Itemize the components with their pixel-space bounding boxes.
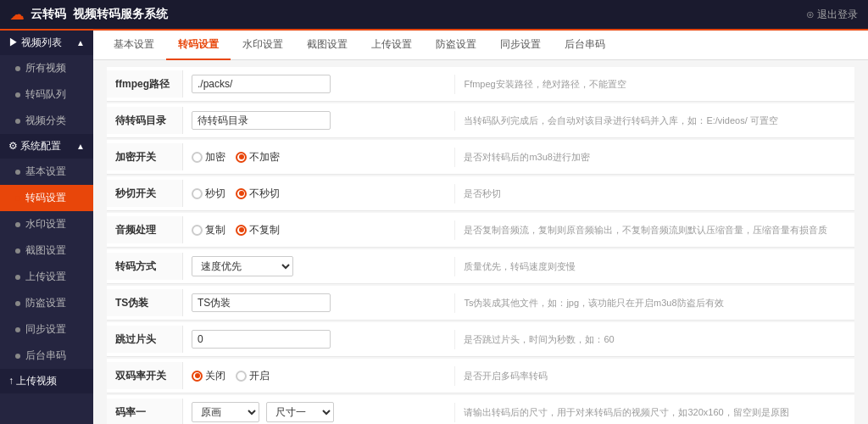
- sidebar-item-label: 截图设置: [25, 243, 66, 258]
- select-transcode-mode[interactable]: 速度优先 质量优先: [192, 256, 293, 276]
- content-area: 基本设置 转码设置 水印设置 截图设置 上传设置 防盗设置 同步设置 后台串码 …: [93, 31, 868, 424]
- sidebar: ▶ 视频列表 ▲ 所有视频 转码队列 视频分类 ⚙ 系统配置 ▲ 基本设置 转码…: [0, 31, 93, 424]
- dot-icon: [15, 354, 20, 359]
- control-pending-dir: [183, 108, 454, 133]
- radio-label: 加密: [205, 150, 225, 165]
- label-audio: 音频处理: [107, 216, 183, 243]
- select-bitrate[interactable]: 原画: [192, 402, 259, 422]
- dot-icon: [15, 327, 20, 332]
- sidebar-item-basic[interactable]: 基本设置: [0, 159, 93, 185]
- dot-icon: [15, 248, 20, 254]
- radio-group-dual-bitrate: 关闭 开启: [192, 369, 270, 383]
- sidebar-item-screenshot[interactable]: 截图设置: [0, 237, 93, 264]
- form-area: ffmpeg路径 Ffmpeg安装路径，绝对路径，不能置空 待转码目录 当转码队…: [93, 60, 868, 424]
- tab-backend[interactable]: 后台串码: [553, 31, 617, 60]
- sidebar-item-label: 转码队列: [25, 87, 66, 102]
- sidebar-item-label: 水印设置: [25, 217, 66, 232]
- radio-label: 关闭: [205, 369, 225, 383]
- sidebar-item-all-videos[interactable]: 所有视频: [0, 55, 93, 81]
- logout-label: 退出登录: [817, 8, 858, 20]
- sidebar-item-queue[interactable]: 转码队列: [0, 81, 93, 108]
- tab-transcode[interactable]: 转码设置: [166, 31, 231, 60]
- dot-icon: [15, 92, 20, 98]
- radio-dual-on[interactable]: 开启: [236, 369, 270, 383]
- form-row-audio: 音频处理 复制 不复制 是否复制音频流，复制则原音频输出，不复制音频流则默认压缩…: [107, 213, 854, 248]
- radio-label: 复制: [205, 223, 225, 237]
- radio-label: 不复制: [249, 223, 280, 237]
- radio-circle-nocopy: [236, 225, 247, 236]
- tab-basic[interactable]: 基本设置: [102, 31, 166, 60]
- input-skip-intro[interactable]: [192, 330, 331, 349]
- form-row-transcode-mode: 转码方式 速度优先 质量优先 质量优先，转码速度则变慢: [107, 249, 854, 284]
- radio-audio-copy[interactable]: 复制: [192, 223, 225, 237]
- radio-circle-on: [236, 371, 247, 382]
- form-row-encrypt: 加密开关 加密 不加密 是否对转码后的m3u8进行加密: [107, 140, 854, 175]
- radio-circle-off: [236, 188, 247, 199]
- sidebar-section-upload[interactable]: ↑ 上传视频: [0, 369, 93, 393]
- hint-transcode-mode: 质量优先，转码速度则变慢: [454, 257, 854, 276]
- sidebar-item-category[interactable]: 视频分类: [0, 108, 93, 134]
- input-pending-dir[interactable]: [192, 111, 331, 130]
- radio-circle-off: [192, 371, 203, 382]
- form-row-bitrate-size: 码率一 原画 尺寸一 请输出转码后的尺寸，用于对来转码后的视频尺寸，如320x1…: [107, 395, 854, 424]
- radio-fast-on[interactable]: 秒切: [192, 187, 225, 201]
- control-ffmpeg: [183, 71, 454, 97]
- control-audio: 复制 不复制: [183, 220, 454, 241]
- sidebar-item-backend-code[interactable]: 后台串码: [0, 343, 93, 369]
- input-ts-disguise[interactable]: [192, 293, 331, 312]
- sidebar-item-upload[interactable]: 上传设置: [0, 264, 93, 290]
- radio-label: 秒切: [205, 187, 225, 201]
- control-bitrate-size: 原画 尺寸一: [183, 399, 454, 424]
- form-row-dual-bitrate: 双码率开关 关闭 开启 是否开启多码率转码: [107, 359, 854, 393]
- tab-screenshot[interactable]: 截图设置: [295, 31, 359, 60]
- tab-sync[interactable]: 同步设置: [488, 31, 553, 60]
- sidebar-item-label: 上传设置: [25, 270, 66, 284]
- radio-label: 不秒切: [249, 187, 280, 201]
- dot-icon: [15, 196, 20, 201]
- control-skip-intro: [183, 326, 454, 352]
- label-fast-switch: 秒切开关: [107, 180, 183, 207]
- input-ffmpeg[interactable]: [192, 75, 331, 93]
- form-row-skip-intro: 跳过片头 是否跳过片头，时间为秒数，如：60: [107, 322, 854, 357]
- sidebar-item-watermark[interactable]: 水印设置: [0, 211, 93, 237]
- radio-audio-nocopy[interactable]: 不复制: [236, 223, 280, 237]
- sidebar-item-label: 视频分类: [25, 114, 66, 128]
- label-pending-dir: 待转码目录: [107, 107, 183, 134]
- radio-circle-copy: [192, 225, 203, 236]
- hint-dual-bitrate: 是否开启多码率转码: [454, 366, 854, 386]
- label-ffmpeg: ffmpeg路径: [107, 70, 183, 98]
- dot-icon: [15, 222, 20, 227]
- tab-upload[interactable]: 上传设置: [359, 31, 424, 60]
- dot-icon: [15, 301, 20, 306]
- tab-watermark[interactable]: 水印设置: [231, 31, 295, 60]
- logout-button[interactable]: ⊙ 退出登录: [806, 8, 858, 22]
- upload-section-label: ↑ 上传视频: [8, 374, 57, 388]
- sidebar-item-label: 同步设置: [25, 322, 66, 337]
- sidebar-item-antisteal[interactable]: 防盗设置: [0, 290, 93, 316]
- tabs-bar: 基本设置 转码设置 水印设置 截图设置 上传设置 防盗设置 同步设置 后台串码: [93, 31, 868, 60]
- sidebar-section-system[interactable]: ⚙ 系统配置 ▲: [0, 134, 93, 159]
- sidebar-item-sync[interactable]: 同步设置: [0, 316, 93, 343]
- radio-dual-off[interactable]: 关闭: [192, 369, 225, 383]
- radio-fast-off[interactable]: 不秒切: [236, 187, 280, 201]
- control-dual-bitrate: 关闭 开启: [183, 365, 454, 387]
- radio-encrypt-off[interactable]: 不加密: [236, 150, 280, 165]
- hint-ffmpeg: Ffmpeg安装路径，绝对路径，不能置空: [454, 75, 854, 94]
- label-bitrate-size: 码率一: [107, 399, 183, 424]
- control-fast-switch: 秒切 不秒切: [183, 183, 454, 204]
- hint-encrypt: 是否对转码后的m3u8进行加密: [454, 148, 854, 167]
- chevron-up-icon: ▲: [76, 142, 85, 151]
- sidebar-item-label: 防盗设置: [25, 296, 66, 310]
- select-size[interactable]: 尺寸一: [266, 402, 334, 422]
- radio-encrypt-on[interactable]: 加密: [192, 150, 225, 165]
- main-layout: ▶ 视频列表 ▲ 所有视频 转码队列 视频分类 ⚙ 系统配置 ▲ 基本设置 转码…: [0, 31, 868, 424]
- label-skip-intro: 跳过片头: [107, 326, 183, 353]
- radio-group-fast-switch: 秒切 不秒切: [192, 187, 280, 201]
- sidebar-section-videos[interactable]: ▶ 视频列表 ▲: [0, 31, 93, 55]
- video-section-label: ▶ 视频列表: [8, 36, 62, 50]
- tab-antisteal[interactable]: 防盗设置: [424, 31, 488, 60]
- app-subtitle: 视频转码服务系统: [73, 7, 168, 22]
- radio-circle-off: [236, 152, 247, 163]
- sidebar-item-transcode[interactable]: 转码设置: [0, 185, 93, 211]
- radio-circle-on: [192, 188, 203, 199]
